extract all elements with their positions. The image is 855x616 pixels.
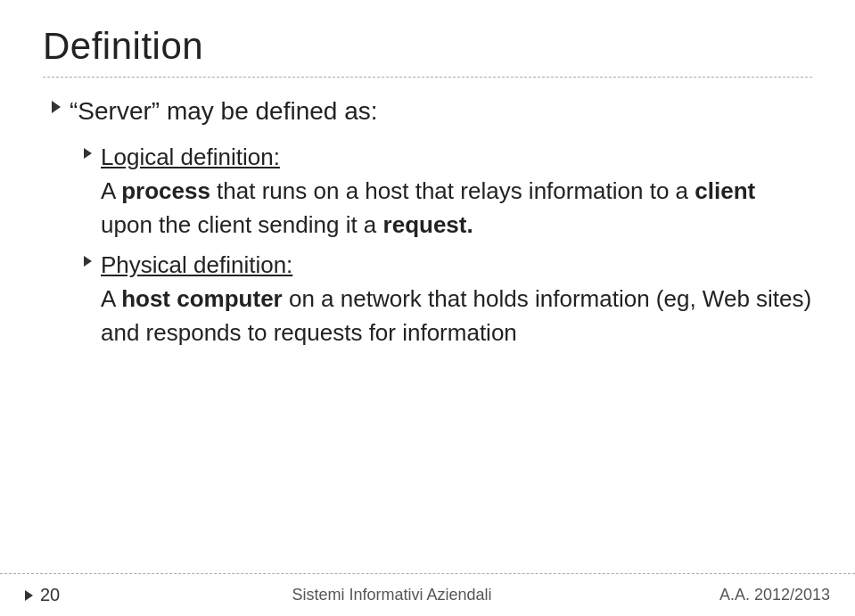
logical-text-request: request.	[383, 211, 473, 238]
footer-arrow-icon	[25, 590, 33, 601]
bullet-sub2-arrow-icon	[84, 256, 92, 267]
footer-center-text: Sistemi Informativi Aziendali	[107, 586, 677, 604]
title-area: Definition	[43, 25, 812, 78]
physical-definition-label: Physical definition:	[101, 251, 292, 278]
bullet-level1-server: “Server” may be defined as:	[52, 94, 812, 128]
logical-text-a: A	[101, 177, 121, 204]
footer-page-number: 20	[40, 585, 60, 605]
physical-text-a: A	[101, 285, 121, 312]
bullet-sub1-text: Logical definition: A process that runs …	[101, 141, 812, 242]
physical-text-host-computer: host computer	[121, 285, 283, 312]
bullet-physical-definition: Physical definition: A host computer on …	[84, 249, 812, 349]
logical-text-client: client	[695, 177, 755, 204]
footer-right-text: A.A. 2012/2013	[677, 586, 855, 604]
footer: 20 Sistemi Informativi Aziendali A.A. 20…	[0, 573, 855, 616]
bullet1-arrow-icon	[52, 101, 61, 113]
bullet-sub2-text: Physical definition: A host computer on …	[101, 249, 812, 349]
bullet1-text: “Server” may be defined as:	[70, 94, 378, 128]
logical-text-runs: that runs on a host that relays informat…	[210, 177, 695, 204]
footer-left: 20	[0, 585, 107, 605]
bullet-sub1-arrow-icon	[84, 148, 92, 159]
logical-text-upon: upon the client sending it a	[101, 211, 383, 238]
content-area: “Server” may be defined as: Logical defi…	[43, 94, 812, 349]
slide-title: Definition	[43, 25, 812, 68]
bullet-level2-container: Logical definition: A process that runs …	[84, 141, 812, 349]
slide-container: Definition “Server” may be defined as: L…	[0, 0, 855, 616]
logical-text-process: process	[121, 177, 210, 204]
bullet-logical-definition: Logical definition: A process that runs …	[84, 141, 812, 242]
logical-definition-label: Logical definition:	[101, 144, 280, 170]
